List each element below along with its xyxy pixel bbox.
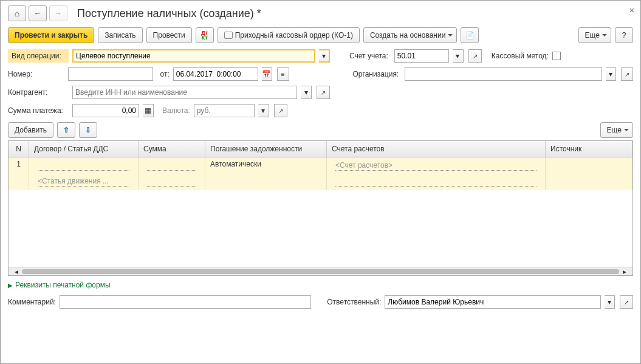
currency-input[interactable] xyxy=(194,104,255,117)
cell-istochnik[interactable] xyxy=(546,157,632,174)
chevron-down-icon: ▾ xyxy=(456,52,459,60)
th-summa[interactable]: Сумма xyxy=(139,141,205,157)
currency-label: Валюта: xyxy=(162,106,190,115)
date-extra-button[interactable]: ≡ xyxy=(277,67,290,81)
responsible-dropdown[interactable]: ▾ xyxy=(605,295,615,309)
copy-button[interactable]: 📄 xyxy=(461,27,479,43)
account-open[interactable]: ↗ xyxy=(468,49,482,63)
account-label: Счет учета: xyxy=(349,52,388,60)
document-icon: 📄 xyxy=(465,31,475,39)
dtkt-button[interactable]: ДтКт xyxy=(196,27,214,43)
operation-type-dropdown[interactable]: ▾ xyxy=(319,49,330,63)
calendar-icon: 📅 xyxy=(262,70,271,78)
organization-input[interactable] xyxy=(405,67,602,81)
open-icon: ↗ xyxy=(473,53,478,60)
page-title: Поступление наличных (создание) * xyxy=(77,7,261,20)
number-label: Номер: xyxy=(8,70,64,78)
print-order-label: Приходный кассовый ордер (КО-1) xyxy=(235,31,353,39)
number-input[interactable] xyxy=(68,67,153,81)
responsible-input[interactable] xyxy=(385,295,600,309)
cell-dds[interactable]: <Статья движения ... xyxy=(29,174,139,190)
currency-dropdown[interactable]: ▾ xyxy=(258,104,269,117)
print-order-button[interactable]: Приходный кассовый ордер (КО-1) xyxy=(218,27,360,43)
open-icon: ↗ xyxy=(624,299,629,306)
create-based-on-button[interactable]: Создать на основании xyxy=(363,27,458,43)
horizontal-scrollbar[interactable]: ◂ ▸ xyxy=(9,267,632,275)
cell-summa[interactable] xyxy=(139,157,205,174)
counterparty-label: Контрагент: xyxy=(8,88,69,97)
home-button[interactable]: ⌂ xyxy=(8,5,26,21)
operation-type-input[interactable] xyxy=(72,49,315,63)
table-row[interactable]: 1 Автоматически <Счет расчетов> xyxy=(9,157,632,174)
help-button[interactable]: ? xyxy=(615,27,633,43)
organization-open[interactable]: ↗ xyxy=(621,67,634,81)
list-icon: ≡ xyxy=(281,71,285,78)
scrollbar-thumb[interactable] xyxy=(22,269,619,274)
home-icon: ⌂ xyxy=(15,9,19,18)
table-row-sub[interactable]: <Статья движения ... xyxy=(9,174,632,190)
date-from-label: от: xyxy=(160,70,170,78)
organization-dropdown[interactable]: ▾ xyxy=(606,67,616,81)
cash-method-label: Кассовый метод: xyxy=(492,52,549,60)
cash-method-checkbox[interactable] xyxy=(552,52,561,60)
chevron-down-icon: ▾ xyxy=(304,88,308,97)
scroll-right-icon: ▸ xyxy=(623,267,626,276)
cell-pogashenie[interactable]: Автоматически xyxy=(205,157,327,174)
account-dropdown[interactable]: ▾ xyxy=(453,49,464,63)
payment-amount-input[interactable] xyxy=(72,104,139,117)
comment-label: Комментарий: xyxy=(8,298,56,306)
th-dogovor[interactable]: Договор / Статья ДДС xyxy=(29,141,139,157)
post-and-close-button[interactable]: Провести и закрыть xyxy=(8,27,94,43)
date-input[interactable] xyxy=(173,67,258,81)
cell-dogovor[interactable] xyxy=(29,157,139,174)
arrow-down-icon: ⇩ xyxy=(85,126,91,134)
comment-input[interactable] xyxy=(60,295,311,309)
arrow-up-icon: ⇧ xyxy=(63,126,69,134)
payment-amount-calc[interactable]: ▦ xyxy=(143,104,154,117)
print-form-details-label: Реквизиты печатной формы xyxy=(15,281,111,289)
chevron-down-icon: ▾ xyxy=(261,106,265,115)
responsible-label: Ответственный: xyxy=(327,298,381,306)
scroll-left-icon: ◂ xyxy=(15,267,18,276)
organization-label: Организация: xyxy=(353,70,399,78)
th-schet[interactable]: Счета расчетов xyxy=(327,141,546,157)
cell-schet[interactable]: <Счет расчетов> xyxy=(327,157,546,174)
payments-table: N Договор / Статья ДДС Сумма Погашение з… xyxy=(8,140,633,276)
move-down-button[interactable]: ⇩ xyxy=(79,122,97,138)
print-form-details-link[interactable]: ▶ Реквизиты печатной формы xyxy=(8,281,633,289)
responsible-open[interactable]: ↗ xyxy=(620,295,633,309)
chevron-down-icon: ▾ xyxy=(322,52,326,60)
counterparty-dropdown[interactable]: ▾ xyxy=(301,86,312,99)
save-button[interactable]: Записать xyxy=(98,27,142,43)
open-icon: ↗ xyxy=(278,108,283,114)
th-pogashenie[interactable]: Погашение задолженности xyxy=(205,141,327,157)
chevron-right-icon: ▶ xyxy=(8,282,13,289)
post-button[interactable]: Провести xyxy=(146,27,192,43)
currency-open[interactable]: ↗ xyxy=(274,104,287,117)
th-n[interactable]: N xyxy=(9,141,29,157)
table-more-button[interactable]: Еще xyxy=(600,122,633,138)
counterparty-input[interactable] xyxy=(72,86,297,99)
printer-icon xyxy=(224,32,233,39)
chevron-down-icon: ▾ xyxy=(608,298,611,306)
arrow-left-icon: ← xyxy=(34,9,41,18)
operation-type-label: Вид операции: xyxy=(8,49,69,63)
cell-n: 1 xyxy=(9,157,29,174)
date-picker-button[interactable]: 📅 xyxy=(262,67,272,81)
close-button[interactable]: × xyxy=(629,5,634,15)
move-up-button[interactable]: ⇧ xyxy=(57,122,75,138)
counterparty-open[interactable]: ↗ xyxy=(317,86,330,99)
th-istochnik[interactable]: Источник xyxy=(546,141,632,157)
dtkt-icon: ДтКт xyxy=(201,30,208,40)
chevron-down-icon: ▾ xyxy=(609,70,612,78)
add-row-button[interactable]: Добавить xyxy=(8,122,53,138)
open-icon: ↗ xyxy=(321,89,326,96)
forward-button[interactable]: → xyxy=(49,5,67,21)
account-input[interactable] xyxy=(394,49,449,63)
calculator-icon: ▦ xyxy=(145,106,151,115)
payment-amount-label: Сумма платежа: xyxy=(8,106,69,115)
open-icon: ↗ xyxy=(625,71,629,78)
arrow-right-icon: → xyxy=(55,9,62,18)
back-button[interactable]: ← xyxy=(29,5,47,21)
more-button[interactable]: Еще xyxy=(578,27,611,43)
